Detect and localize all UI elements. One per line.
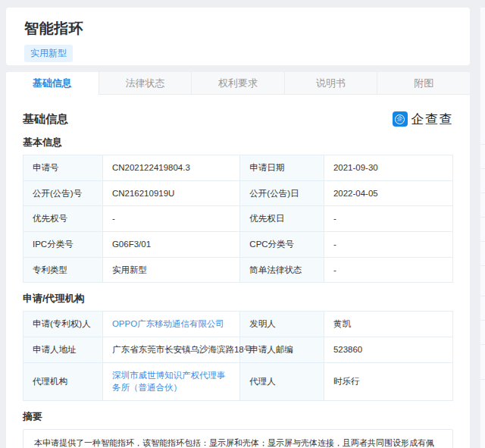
agency-table: 申请(专利权)人 OPPO广东移动通信有限公司 发明人 黄凯 申请人地址 广东省…: [23, 311, 453, 401]
table-row: 申请号 CN202122419804.3 申请日期 2021-09-30: [23, 155, 453, 181]
field-label: 申请日期: [240, 155, 324, 181]
field-value: 2022-04-05: [324, 180, 452, 206]
table-row: 专利类型 实用新型 简单法律状态 -: [23, 257, 453, 283]
field-label: 优先权号: [23, 206, 103, 232]
field-label: CPC分类号: [240, 232, 324, 258]
field-value: G06F3/01: [102, 232, 239, 258]
field-value: 2021-09-30: [324, 155, 452, 181]
field-value: 黄凯: [324, 312, 452, 337]
field-label: 代理机构: [23, 362, 103, 400]
field-label: 申请人邮编: [240, 337, 324, 363]
tab-figures[interactable]: 附图: [377, 72, 470, 95]
qichacha-watermark: 企 企查查: [393, 111, 454, 128]
table-row: IPC分类号 G06F3/01 CPC分类号 -: [23, 232, 453, 258]
patent-header-card: 智能指环 实用新型: [6, 8, 470, 65]
abstract-subtitle: 摘要: [23, 410, 453, 424]
basic-info-table: 申请号 CN202122419804.3 申请日期 2021-09-30 公开(…: [23, 155, 453, 283]
tab-claims[interactable]: 权利要求: [191, 72, 284, 95]
tab-description[interactable]: 说明书: [284, 72, 377, 95]
field-label: 代理人: [240, 362, 324, 400]
right-edge-partial-panel: [480, 8, 485, 448]
table-row: 公开(公告)号 CN216210919U 公开(公告)日 2022-04-05: [23, 180, 453, 206]
table-row: 申请(专利权)人 OPPO广东移动通信有限公司 发明人 黄凯: [23, 312, 453, 337]
tab-content: 基础信息 企 企查查 基本信息 申请号 CN202122419804.3 申请日…: [6, 95, 470, 448]
tab-basic-info[interactable]: 基础信息: [6, 72, 99, 95]
basic-info-subtitle: 基本信息: [23, 136, 453, 149]
applicant-link[interactable]: OPPO广东移动通信有限公司: [112, 319, 224, 328]
table-row: 优先权号 - 优先权日 -: [23, 206, 453, 232]
field-label: 简单法律状态: [240, 257, 324, 283]
field-value: -: [324, 206, 452, 232]
field-label: 申请号: [23, 155, 103, 181]
section-header: 基础信息 企 企查查: [23, 110, 453, 128]
page-title: 智能指环: [24, 19, 452, 39]
field-value: -: [102, 206, 239, 232]
field-value: -: [324, 232, 452, 258]
field-label: 专利类型: [23, 257, 103, 283]
field-value: -: [324, 257, 452, 283]
field-label: 申请人地址: [23, 337, 103, 363]
field-value: 广东省东莞市长安镇乌沙海滨路18号: [102, 337, 239, 363]
field-value: 时乐行: [324, 362, 452, 400]
agency-subtitle: 申请/代理机构: [23, 292, 453, 305]
patent-type-badge: 实用新型: [24, 45, 73, 62]
qichacha-logo-glyph: 企: [395, 114, 405, 124]
field-value: CN202122419804.3: [102, 155, 239, 181]
field-label: 发明人: [240, 312, 324, 337]
field-value: 523860: [324, 337, 452, 363]
tab-legal-status[interactable]: 法律状态: [99, 72, 192, 95]
agency-link[interactable]: 深圳市威世博知识产权代理事务所（普通合伙）: [112, 371, 226, 393]
field-label: 公开(公告)号: [23, 180, 103, 206]
patent-detail-card: 基础信息 法律状态 权利要求 说明书 附图 基础信息 企 企查查 基本信息 申请…: [6, 72, 470, 448]
field-label: 公开(公告)日: [240, 180, 324, 206]
qichacha-logo-icon: 企: [393, 111, 408, 127]
table-row: 代理机构 深圳市威世博知识产权代理事务所（普通合伙） 代理人 时乐行: [23, 362, 453, 400]
table-row: 申请人地址 广东省东莞市长安镇乌沙海滨路18号 申请人邮编 523860: [23, 337, 453, 363]
field-value: CN216210919U: [102, 180, 239, 206]
field-value: 实用新型: [102, 257, 239, 283]
qichacha-brand-name: 企查查: [411, 111, 454, 128]
field-label: 优先权日: [240, 206, 324, 232]
tab-bar: 基础信息 法律状态 权利要求 说明书 附图: [6, 72, 470, 95]
abstract-text: 本申请提供了一种智能指环，该智能指环包括：显示屏和壳体；显示屏与壳体连接，且两者…: [23, 429, 453, 448]
section-title: 基础信息: [23, 112, 68, 127]
field-label: 申请(专利权)人: [23, 312, 103, 337]
field-label: IPC分类号: [23, 232, 103, 258]
